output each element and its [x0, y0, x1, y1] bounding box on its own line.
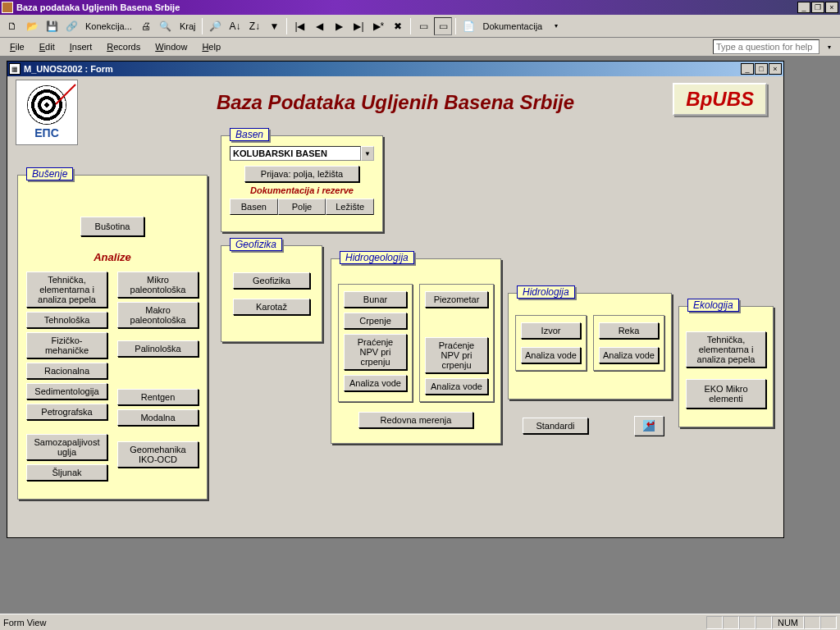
btn-prijava[interactable]: Prijava: polja, ležišta	[244, 166, 359, 182]
btn-eko-tehnicka[interactable]: Tehnička, elementarna i analiza pepela	[686, 331, 766, 368]
basen-combo-dropdown[interactable]: ▼	[361, 146, 374, 161]
status-cell-1	[706, 616, 723, 629]
btn-tehnoloska[interactable]: Tehnološka	[26, 312, 107, 328]
open-icon[interactable]: 📂	[23, 17, 41, 35]
window-controls: _ ❐ ×	[797, 2, 838, 13]
btn-palinoloska[interactable]: Palinološka	[117, 340, 199, 357]
app-icon	[2, 2, 13, 13]
btn-racionalna[interactable]: Racionalna	[26, 363, 107, 379]
btn-mikro-paleo[interactable]: Mikro paleontološka	[117, 272, 199, 298]
hidrogeo-col2: Piezometar Praćenje NPV pri crpenju Anal…	[419, 284, 494, 402]
btn-fizicko[interactable]: Fizičko-mehaničke	[26, 332, 107, 358]
busotina-button[interactable]: Bušotina	[80, 217, 144, 236]
btn-geomehanika[interactable]: Geomehanika IKO-OCD	[117, 441, 199, 468]
nav-next-icon[interactable]: ▶	[330, 17, 348, 35]
form-icon: ▦	[9, 63, 21, 75]
btn-leziste[interactable]: Ležište	[326, 199, 374, 215]
btn-izvor[interactable]: Izvor	[521, 322, 581, 339]
help-search: ▾	[713, 39, 837, 54]
menubar: File Edit Insert Records Window Help ▾	[0, 38, 840, 56]
btn-redovna-merenja[interactable]: Redovna merenja	[358, 412, 473, 428]
hidro-col2: Reka Analiza vode	[593, 315, 664, 371]
basen-combo-input[interactable]	[230, 146, 361, 161]
doc-icon[interactable]: 📄	[459, 17, 477, 35]
delete-icon[interactable]: ✖	[389, 17, 407, 35]
panel-label-hidrogeologija: Hidrogeologija	[340, 251, 414, 264]
find-icon[interactable]: 🔎	[206, 17, 224, 35]
menu-help[interactable]: Help	[195, 40, 227, 53]
btn-bunar[interactable]: Bunar	[344, 291, 407, 308]
status-cell-6	[804, 616, 820, 629]
form-maximize-button[interactable]: □	[755, 63, 768, 75]
btn-polje[interactable]: Polje	[278, 199, 326, 215]
menu-file[interactable]: File	[3, 40, 31, 53]
btn-petrografska[interactable]: Petrografska	[26, 404, 107, 420]
mdi-area: ▦ M_UNOS2002 : Form _ □ × ЕПС Baza Podat…	[0, 56, 840, 610]
konekcija-button[interactable]: Konekcija...	[82, 21, 135, 31]
help-dropdown-icon[interactable]: ▾	[822, 39, 837, 54]
btn-geofizika[interactable]: Geofizika	[233, 272, 310, 289]
btn-standardi[interactable]: Standardi	[523, 418, 588, 434]
dokumentacija-button[interactable]: Dokumentacija	[479, 21, 546, 31]
panel-basen: Basen ▼ Prijava: polja, ležišta Dokument…	[221, 135, 383, 232]
menu-insert[interactable]: Insert	[63, 40, 99, 53]
nav-first-icon[interactable]: |◀	[290, 17, 308, 35]
preview-icon[interactable]: 🔍	[157, 17, 175, 35]
btn-samozapaljivost[interactable]: Samozapaljivost uglja	[26, 434, 107, 460]
btn-karotaz[interactable]: Karotaž	[233, 299, 310, 315]
new-icon[interactable]: 🗋	[3, 17, 21, 35]
doc-rezerve-label: Dokumentacija i rezerve	[230, 185, 374, 195]
nav-prev-icon[interactable]: ◀	[310, 17, 328, 35]
statusbar: Form View NUM	[0, 614, 840, 630]
btn-pracenje-npv-2[interactable]: Praćenje NPV pri crpenju	[425, 337, 488, 373]
sort-desc-icon[interactable]: Z↓	[245, 17, 263, 35]
status-num: NUM	[772, 616, 804, 629]
link-icon[interactable]: 🔗	[62, 17, 80, 35]
form-close-button[interactable]: ×	[769, 63, 782, 75]
mode1-icon[interactable]: ▭	[414, 17, 432, 35]
help-search-input[interactable]	[713, 39, 819, 54]
btn-sljunak[interactable]: Šljunak	[26, 464, 107, 481]
btn-pracenje-npv-1[interactable]: Praćenje NPV pri crpenju	[344, 334, 407, 370]
exit-button[interactable]	[634, 416, 664, 436]
btn-sedimentologija[interactable]: Sedimentologija	[26, 383, 107, 399]
btn-modalna[interactable]: Modalna	[117, 409, 199, 426]
form-minimize-button[interactable]: _	[741, 63, 754, 75]
filter-icon[interactable]: ▼	[265, 17, 283, 35]
btn-analiza-vode-4[interactable]: Analiza vode	[599, 347, 659, 363]
btn-analiza-vode-1[interactable]: Analiza vode	[344, 375, 407, 391]
btn-crpenje[interactable]: Crpenje	[344, 313, 407, 329]
app-titlebar: Baza podataka Ugljenih Basena Srbije _ ❐…	[0, 0, 840, 15]
btn-analiza-vode-2[interactable]: Analiza vode	[425, 378, 488, 395]
print-icon[interactable]: 🖨	[137, 17, 155, 35]
minimize-button[interactable]: _	[797, 2, 810, 13]
btn-rentgen[interactable]: Rentgen	[117, 389, 199, 405]
panel-geofizika: Geofizika Geofizika Karotaž	[221, 245, 322, 342]
menu-records[interactable]: Records	[100, 40, 147, 53]
form-body: ЕПС Baza Podataka Ugljenih Basena Srbije…	[7, 76, 783, 537]
dropdown-icon[interactable]: ▾	[547, 17, 565, 35]
btn-basen[interactable]: Basen	[230, 199, 278, 215]
toolbar: 🗋 📂 💾 🔗 Konekcija... 🖨 🔍 Kraj 🔎 A↓ Z↓ ▼ …	[0, 15, 840, 38]
mode2-icon[interactable]: ▭	[434, 17, 452, 35]
panel-label-hidrologija: Hidrologija	[517, 285, 575, 299]
btn-reka[interactable]: Reka	[599, 322, 659, 339]
btn-analiza-vode-3[interactable]: Analiza vode	[521, 347, 581, 363]
btn-tehnicka[interactable]: Tehnička, elementarna i analiza pepela	[26, 272, 107, 308]
nav-new-icon[interactable]: ▶*	[369, 17, 387, 35]
restore-button[interactable]: ❐	[811, 2, 824, 13]
nav-last-icon[interactable]: ▶|	[349, 17, 368, 35]
close-button[interactable]: ×	[825, 2, 838, 13]
btn-piezometar[interactable]: Piezometar	[425, 291, 488, 308]
sort-asc-icon[interactable]: A↓	[226, 17, 244, 35]
form-window: ▦ M_UNOS2002 : Form _ □ × ЕПС Baza Podat…	[7, 61, 784, 538]
save-icon[interactable]: 💾	[43, 17, 61, 35]
btn-makro-paleo[interactable]: Makro paleontološka	[117, 302, 199, 328]
btn-eko-mikro[interactable]: EKO Mikro elementi	[686, 379, 766, 409]
menu-window[interactable]: Window	[148, 40, 194, 53]
menu-edit[interactable]: Edit	[33, 40, 62, 53]
kraj-button[interactable]: Kraj	[176, 21, 199, 31]
brand-box: BpUBS	[673, 83, 767, 116]
main-title: Baza Podataka Ugljenih Basena Srbije	[7, 91, 783, 114]
logo-text: ЕПС	[34, 126, 59, 139]
